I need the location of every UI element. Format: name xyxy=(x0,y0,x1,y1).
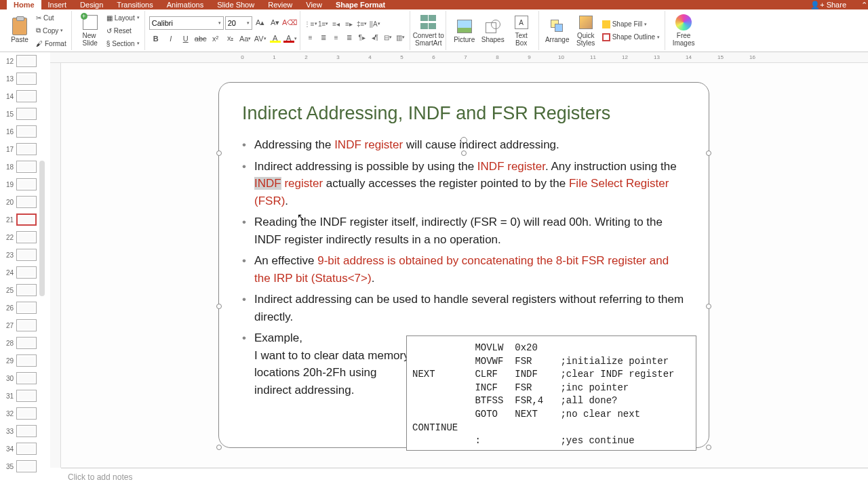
ltr-button[interactable]: ¶▸ xyxy=(356,31,368,43)
slide-thumbnail[interactable]: 35 xyxy=(0,458,50,475)
slide-thumbnail[interactable]: 31 xyxy=(0,387,50,405)
shrink-font-button[interactable]: A▾ xyxy=(269,16,282,30)
bold-button[interactable]: B xyxy=(149,32,163,45)
slide-thumbnail[interactable]: 33 xyxy=(0,422,50,440)
slide-content-shape[interactable]: Indirect Addressing, INDF and FSR Regist… xyxy=(218,82,709,448)
columns-button[interactable]: ▥▾ xyxy=(395,31,407,43)
justify-button[interactable]: ≣ xyxy=(343,31,355,43)
slide-thumbnail[interactable]: 13 xyxy=(0,70,50,87)
thumbnail-scrollbar[interactable] xyxy=(39,161,45,296)
font-size-select[interactable]: 20▾ xyxy=(225,16,252,30)
resize-handle[interactable] xyxy=(706,304,711,309)
slide-thumbnail[interactable]: 32 xyxy=(0,405,50,422)
bullet-4[interactable]: An effective 9-bit address is obtained b… xyxy=(242,252,686,287)
font-name-select[interactable]: Calibri▾ xyxy=(149,16,224,30)
code-example-box[interactable]: MOVLW 0x20 MOVWF FSR ;initialize pointer… xyxy=(406,336,696,451)
thumbnail-preview[interactable] xyxy=(16,425,37,437)
bullets-button[interactable]: ⋮≡▾ xyxy=(304,18,317,30)
thumbnail-preview[interactable] xyxy=(16,55,37,67)
tab-shape-format[interactable]: Shape Format xyxy=(329,0,392,9)
thumbnail-preview[interactable] xyxy=(16,284,37,296)
thumbnail-preview[interactable] xyxy=(16,319,37,331)
thumbnail-preview[interactable] xyxy=(16,73,37,85)
clear-format-button[interactable]: A⌫ xyxy=(283,16,297,30)
tab-review[interactable]: Review xyxy=(261,0,299,9)
tab-design[interactable]: Design xyxy=(73,0,110,9)
highlight-button[interactable]: A xyxy=(269,32,282,45)
slide-thumbnail[interactable]: 30 xyxy=(0,369,50,387)
tab-transitions[interactable]: Transitions xyxy=(110,0,159,9)
tab-home[interactable]: Home xyxy=(7,0,41,9)
thumbnail-preview[interactable] xyxy=(16,143,37,155)
quick-styles-button[interactable]: Quick Styles xyxy=(572,11,600,50)
paste-button[interactable]: Paste xyxy=(5,11,34,50)
copy-button[interactable]: ⧉Copy▾ xyxy=(34,24,68,37)
new-slide-button[interactable]: New Slide xyxy=(76,11,104,50)
slide-thumbnail[interactable]: 27 xyxy=(0,317,50,334)
textbox-button[interactable]: A Text Box xyxy=(507,11,536,50)
align-right-button[interactable]: ≡ xyxy=(330,31,342,43)
picture-button[interactable]: Picture xyxy=(450,11,479,50)
bullet-3[interactable]: Reading the INDF register itself, indire… xyxy=(242,214,686,248)
thumbnail-preview[interactable] xyxy=(16,266,37,279)
thumbnail-preview[interactable] xyxy=(16,354,37,367)
tab-slideshow[interactable]: Slide Show xyxy=(210,0,261,9)
notes-pane[interactable]: Click to add notes xyxy=(61,468,868,488)
slide-thumbnail[interactable]: 34 xyxy=(0,440,50,458)
slide-thumbnail[interactable]: 16 xyxy=(0,123,50,140)
numbering-button[interactable]: 1≡▾ xyxy=(317,18,330,30)
resize-handle[interactable] xyxy=(216,445,222,450)
align-center-button[interactable]: ≣ xyxy=(317,31,330,43)
thumbnail-preview[interactable] xyxy=(16,337,37,349)
slide-title[interactable]: Indirect Addressing, INDF and FSR Regist… xyxy=(242,103,686,124)
thumbnail-preview[interactable] xyxy=(16,372,37,384)
thumbnail-preview[interactable] xyxy=(16,407,37,420)
align-left-button[interactable]: ≡ xyxy=(304,31,317,43)
text-direction-button[interactable]: ||A▾ xyxy=(369,18,381,30)
slide-canvas[interactable]: Indirect Addressing, INDF and FSR Regist… xyxy=(61,63,868,468)
thumbnail-preview[interactable] xyxy=(16,178,37,190)
grow-font-button[interactable]: A▴ xyxy=(254,16,267,30)
align-text-button[interactable]: ⊟▾ xyxy=(382,31,394,43)
increase-indent-button[interactable]: ≡▸ xyxy=(343,18,355,30)
slide-thumbnail[interactable]: 28 xyxy=(0,334,50,352)
thumbnail-preview[interactable] xyxy=(16,302,37,314)
slide-thumbnail[interactable]: 29 xyxy=(0,352,50,369)
resize-handle[interactable] xyxy=(216,304,222,309)
shape-fill-button[interactable]: Shape Fill▾ xyxy=(600,18,662,30)
slide-thumbnail[interactable]: 26 xyxy=(0,299,50,317)
bullet-5[interactable]: Indirect addressing can be used to handl… xyxy=(242,291,686,325)
bullet-1[interactable]: Addressing the INDF register will cause … xyxy=(242,136,686,154)
change-case-button[interactable]: Aa▾ xyxy=(239,32,252,45)
underline-button[interactable]: U xyxy=(179,32,193,45)
thumbnail-preview[interactable] xyxy=(16,443,37,455)
slide-thumbnail[interactable]: 14 xyxy=(0,87,50,105)
thumbnail-preview[interactable] xyxy=(16,125,37,138)
resize-handle[interactable] xyxy=(706,150,711,156)
superscript-button[interactable]: x² xyxy=(209,32,222,45)
strike-button[interactable]: abc xyxy=(194,32,208,45)
decrease-indent-button[interactable]: ≡◂ xyxy=(330,18,342,30)
format-painter-button[interactable]: 🖌Format xyxy=(34,37,68,49)
italic-button[interactable]: I xyxy=(164,32,178,45)
bullet-6[interactable]: Example,I want to to clear data memory l… xyxy=(242,329,412,399)
slide-thumbnail[interactable]: 15 xyxy=(0,105,50,123)
convert-smartart-button[interactable]: Convert to SmartArt xyxy=(414,11,443,50)
layout-button[interactable]: ▦Layout▾ xyxy=(104,12,142,24)
arrange-button[interactable]: Arrange xyxy=(543,11,572,50)
shape-outline-button[interactable]: Shape Outline▾ xyxy=(600,31,662,43)
ribbon-collapse-icon[interactable]: ⌃ xyxy=(860,1,868,9)
thumbnail-preview[interactable] xyxy=(16,90,37,102)
line-spacing-button[interactable]: ‡≡▾ xyxy=(356,18,368,30)
thumbnail-preview[interactable] xyxy=(16,161,37,173)
subscript-button[interactable]: x₂ xyxy=(224,32,237,45)
thumbnail-preview[interactable] xyxy=(16,231,37,243)
section-button[interactable]: §Section▾ xyxy=(104,37,142,49)
thumbnail-preview[interactable] xyxy=(16,460,37,472)
shapes-button[interactable]: Shapes xyxy=(479,11,507,50)
tab-animations[interactable]: Animations xyxy=(160,0,210,9)
char-spacing-button[interactable]: AV▾ xyxy=(254,32,267,45)
resize-handle[interactable] xyxy=(706,445,711,450)
thumbnail-preview[interactable] xyxy=(16,214,37,226)
bullet-2[interactable]: Indirect addressing is possible by using… xyxy=(242,158,686,210)
